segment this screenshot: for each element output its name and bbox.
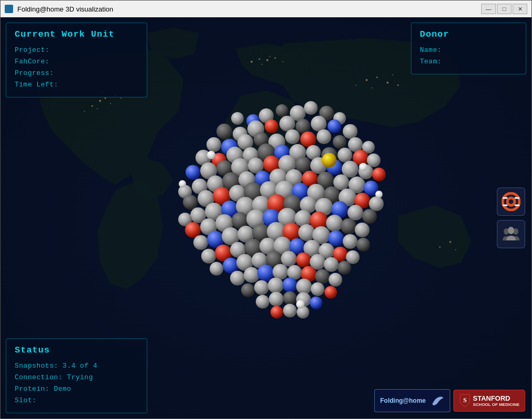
time-left-row: Time Left: xyxy=(15,79,138,91)
close-button[interactable]: ✕ xyxy=(513,4,527,14)
svg-point-24 xyxy=(449,241,451,243)
snapshots-value: 3.4 of 4 xyxy=(62,362,97,370)
maximize-button[interactable]: □ xyxy=(497,4,512,14)
svg-point-14 xyxy=(283,61,284,62)
svg-point-4 xyxy=(110,103,111,104)
folding-home-logo[interactable]: Folding@home xyxy=(374,389,450,412)
bottom-logos: Folding@home S STANFORD SCHOOL OF MEDIC xyxy=(374,389,525,412)
slot-row: Slot: xyxy=(15,395,138,406)
stanford-dept: SCHOOL OF MEDICINE xyxy=(473,402,519,407)
svg-point-23 xyxy=(392,74,393,75)
team-button[interactable] xyxy=(497,220,525,248)
work-unit-title: Current Work Unit xyxy=(15,29,138,39)
time-left-label: Time Left: xyxy=(15,81,58,89)
donor-title: Donor xyxy=(420,29,517,39)
project-row: Project: xyxy=(15,45,138,56)
stanford-logo[interactable]: S STANFORD SCHOOL OF MEDICINE xyxy=(453,390,525,412)
donor-team-row: Team: xyxy=(420,56,517,68)
help-button[interactable] xyxy=(497,188,525,216)
svg-point-15 xyxy=(262,64,263,65)
svg-point-11 xyxy=(259,58,260,60)
project-label: Project: xyxy=(15,46,49,54)
svg-point-19 xyxy=(386,82,388,84)
snapshots-row: Snapshots: 3.4 of 4 xyxy=(15,360,138,372)
donor-team-label: Team: xyxy=(420,58,442,65)
progress-label: Progress: xyxy=(15,69,54,77)
svg-point-1 xyxy=(99,100,101,102)
svg-point-12 xyxy=(266,59,268,61)
svg-point-21 xyxy=(356,85,357,86)
app-window: Folding@home 3D visualization — □ ✕ xyxy=(0,0,532,419)
titlebar: Folding@home 3D visualization — □ ✕ xyxy=(1,1,531,17)
svg-point-5 xyxy=(97,108,98,109)
svg-point-201 xyxy=(508,227,514,234)
svg-point-17 xyxy=(366,79,368,81)
progress-row: Progress: xyxy=(15,68,138,79)
svg-point-13 xyxy=(274,57,276,59)
svg-point-26 xyxy=(455,249,456,250)
donor-name-label: Name: xyxy=(420,46,442,54)
connection-label: Connection: xyxy=(15,373,62,381)
visualization-area[interactable]: Current Work Unit Project: FahCore: Prog… xyxy=(1,17,531,418)
slot-label: Slot: xyxy=(15,396,37,404)
app-icon xyxy=(5,5,13,13)
status-panel: Status Snapshots: 3.4 of 4 Connection: T… xyxy=(6,338,147,413)
sidebar-icons xyxy=(497,188,525,248)
protein-value: Demo xyxy=(54,385,71,393)
svg-point-16 xyxy=(269,56,270,57)
fahcore-label: FahCore: xyxy=(15,58,49,65)
svg-point-18 xyxy=(376,76,378,78)
svg-text:S: S xyxy=(463,396,467,404)
minimize-button[interactable]: — xyxy=(481,4,496,14)
stanford-text: STANFORD SCHOOL OF MEDICINE xyxy=(473,394,519,407)
svg-point-8 xyxy=(121,98,122,99)
connection-value: Trying xyxy=(67,373,93,381)
svg-point-193 xyxy=(503,193,519,210)
donor-panel: Donor Name: Team: xyxy=(411,23,526,74)
donor-name-row: Name: xyxy=(420,45,517,56)
svg-point-2 xyxy=(104,97,106,99)
folding-text: Folding@home xyxy=(380,397,426,404)
work-unit-panel: Current Work Unit Project: FahCore: Prog… xyxy=(6,23,147,97)
svg-point-10 xyxy=(251,61,253,63)
snapshots-label: Snapshots: xyxy=(15,362,62,370)
svg-point-25 xyxy=(439,246,441,248)
svg-point-22 xyxy=(371,87,372,89)
svg-point-20 xyxy=(397,84,399,86)
status-title: Status xyxy=(15,345,138,355)
svg-point-194 xyxy=(507,198,515,205)
svg-point-7 xyxy=(84,111,85,112)
protein-row: Protein: Demo xyxy=(15,383,138,395)
protein-label: Protein: xyxy=(15,385,54,393)
svg-point-3 xyxy=(91,105,93,107)
connection-row: Connection: Trying xyxy=(15,372,138,383)
fahcore-row: FahCore: xyxy=(15,56,138,68)
window-controls: — □ ✕ xyxy=(481,4,527,14)
window-title: Folding@home 3D visualization xyxy=(17,5,477,13)
stanford-name: STANFORD xyxy=(473,394,519,402)
